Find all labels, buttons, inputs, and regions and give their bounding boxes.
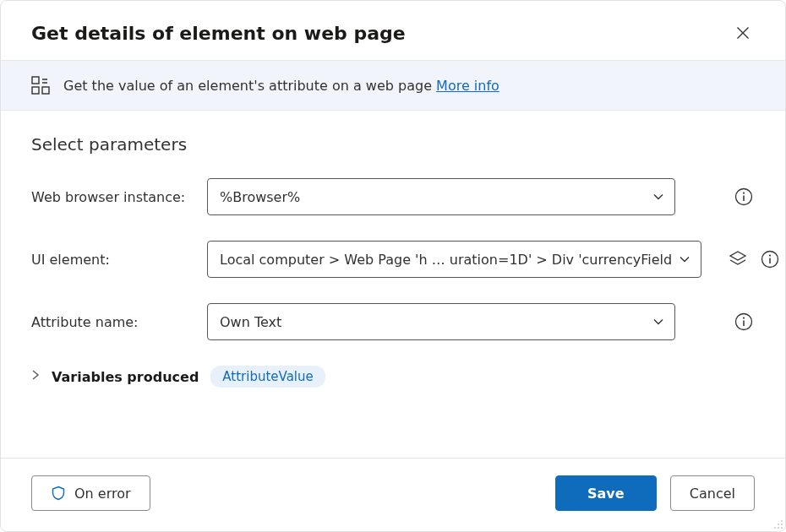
chevron-down-icon	[679, 253, 690, 265]
titlebar: Get details of element on web page	[1, 1, 785, 60]
param-row-attribute: Attribute name: Own Text	[31, 303, 755, 340]
info-icon	[734, 187, 753, 206]
ui-element-combo[interactable]: Local computer > Web Page 'h … uration=1…	[207, 241, 701, 278]
browser-combo[interactable]: %Browser%	[207, 178, 675, 215]
svg-rect-1	[32, 87, 39, 94]
variables-row[interactable]: Variables produced AttributeValue	[31, 366, 755, 388]
dialog-title: Get details of element on web page	[31, 23, 406, 44]
variables-label: Variables produced	[52, 369, 199, 385]
save-button[interactable]: Save	[555, 475, 657, 511]
layers-icon	[729, 250, 747, 269]
action-icon	[31, 76, 50, 95]
attribute-combo[interactable]: Own Text	[207, 303, 675, 340]
ui-element-picker-button[interactable]	[727, 248, 749, 270]
ui-element-value: Local computer > Web Page 'h … uration=1…	[220, 252, 672, 268]
svg-rect-2	[42, 87, 49, 94]
shield-icon	[51, 486, 66, 501]
resize-grip-icon[interactable]	[772, 518, 783, 529]
attribute-label: Attribute name:	[31, 314, 200, 330]
browser-value: %Browser%	[220, 189, 300, 205]
browser-info-button[interactable]	[733, 186, 755, 208]
save-label: Save	[587, 486, 625, 502]
section-title: Select parameters	[31, 134, 755, 155]
svg-point-6	[769, 255, 771, 257]
attribute-value: Own Text	[220, 314, 281, 330]
on-error-button[interactable]: On error	[31, 475, 150, 511]
svg-rect-0	[32, 77, 39, 84]
on-error-label: On error	[74, 486, 131, 502]
cancel-label: Cancel	[690, 486, 735, 502]
param-row-browser: Web browser instance: %Browser%	[31, 178, 755, 215]
chevron-right-icon	[31, 369, 40, 383]
close-button[interactable]	[731, 21, 755, 45]
ui-element-info-button[interactable]	[759, 248, 781, 270]
info-icon	[761, 250, 779, 269]
svg-point-9	[781, 520, 783, 522]
svg-point-8	[743, 318, 745, 319]
footer: On error Save Cancel	[1, 458, 785, 531]
info-icon	[734, 312, 753, 331]
svg-point-4	[743, 193, 745, 194]
ui-element-label: UI element:	[31, 252, 200, 268]
svg-point-11	[781, 524, 783, 525]
chevron-down-icon	[652, 316, 664, 328]
close-icon	[736, 26, 750, 40]
info-banner: Get the value of an element's attribute …	[1, 60, 785, 111]
svg-point-13	[778, 527, 779, 529]
content: Select parameters Web browser instance: …	[1, 111, 785, 458]
browser-label: Web browser instance:	[31, 189, 200, 205]
cancel-button[interactable]: Cancel	[670, 475, 755, 511]
variable-pill[interactable]: AttributeValue	[210, 366, 325, 388]
banner-text-main: Get the value of an element's attribute …	[63, 78, 432, 94]
banner-text: Get the value of an element's attribute …	[63, 78, 499, 94]
param-row-ui-element: UI element: Local computer > Web Page 'h…	[31, 241, 755, 278]
dialog: Get details of element on web page Get t…	[0, 0, 786, 532]
more-info-link[interactable]: More info	[436, 78, 499, 94]
footer-right: Save Cancel	[555, 475, 755, 511]
svg-point-12	[774, 527, 776, 529]
attribute-info-button[interactable]	[733, 311, 755, 333]
svg-point-10	[778, 524, 779, 525]
chevron-down-icon	[652, 191, 664, 203]
svg-point-14	[781, 527, 783, 529]
